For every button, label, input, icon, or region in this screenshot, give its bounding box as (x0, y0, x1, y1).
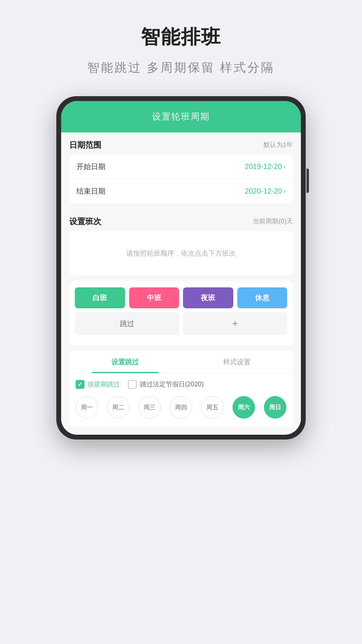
date-section-title: 日期范围 (69, 140, 101, 151)
shift-row-1: 白班 中班 夜班 休息 (75, 287, 287, 308)
skip-by-week-checkbox[interactable] (76, 380, 84, 389)
day-shift-button[interactable]: 白班 (75, 287, 125, 308)
tab-set-skip[interactable]: 设置跳过 (69, 351, 181, 373)
date-section-hint: 默认为1年 (263, 141, 293, 149)
shift-section-hint: 当前周期(0)天 (253, 217, 293, 226)
tab-row: 设置跳过 样式设置 (69, 351, 293, 374)
app-header-title: 设置轮班周期 (152, 111, 210, 122)
shift-buttons-card: 白班 中班 夜班 休息 跳过 + (69, 281, 293, 345)
date-card: 开始日期 2019-12-20 › 结束日期 2020-12-20 › (69, 155, 293, 203)
checkbox-row: 按星期跳过 跳过法定节假日(2020) (69, 374, 293, 393)
skip-holiday-item[interactable]: 跳过法定节假日(2020) (128, 380, 204, 389)
date-section-header: 日期范围 默认为1年 (69, 132, 293, 155)
end-date-chevron-icon: › (284, 188, 286, 195)
weekday-sat[interactable]: 周六 (232, 396, 255, 419)
end-date-row[interactable]: 结束日期 2020-12-20 › (69, 179, 293, 203)
rest-shift-button[interactable]: 休息 (237, 287, 288, 308)
phone-screen: 设置轮班周期 日期范围 默认为1年 开始日期 2019-12-20 › 结束日期 (61, 101, 301, 435)
start-date-chevron-icon: › (284, 163, 286, 170)
phone-frame: 设置轮班周期 日期范围 默认为1年 开始日期 2019-12-20 › 结束日期 (56, 96, 306, 440)
weekday-wed[interactable]: 周三 (138, 396, 161, 419)
shift-section-title: 设置班次 (69, 216, 101, 227)
shift-section-header: 设置班次 当前周期(0)天 (69, 209, 293, 231)
app-content: 日期范围 默认为1年 开始日期 2019-12-20 › 结束日期 2020-1… (61, 132, 301, 435)
end-date-label: 结束日期 (76, 186, 105, 196)
weekday-thu[interactable]: 周四 (170, 396, 192, 419)
skip-holiday-label: 跳过法定节假日(2020) (140, 380, 204, 389)
weekday-sun[interactable]: 周日 (264, 396, 286, 419)
shift-empty-area: 请按照轮班顺序，依次点击下方班次 (69, 231, 293, 275)
app-header: 设置轮班周期 (61, 101, 301, 132)
bottom-card: 设置跳过 样式设置 按星期跳过 跳过法定节假日(2020) (69, 351, 293, 427)
start-date-value-row: 2019-12-20 › (245, 163, 286, 171)
shift-row-2: 跳过 + (75, 312, 287, 335)
skip-by-week-item[interactable]: 按星期跳过 (76, 380, 120, 389)
page-subtitle: 智能跳过 多周期保留 样式分隔 (87, 60, 275, 76)
skip-holiday-checkbox[interactable] (128, 380, 137, 389)
skip-button[interactable]: 跳过 (75, 312, 179, 335)
page-title: 智能排班 (141, 24, 221, 50)
add-shift-button[interactable]: + (183, 312, 287, 335)
weekday-mon[interactable]: 周一 (76, 396, 98, 419)
weekday-fri[interactable]: 周五 (201, 396, 224, 419)
start-date-row[interactable]: 开始日期 2019-12-20 › (69, 155, 293, 179)
start-date-value: 2019-12-20 (245, 163, 282, 171)
skip-by-week-label: 按星期跳过 (88, 380, 120, 389)
night-shift-button[interactable]: 夜班 (183, 287, 233, 308)
shift-empty-text: 请按照轮班顺序，依次点击下方班次 (118, 241, 244, 266)
end-date-value-row: 2020-12-20 › (245, 187, 286, 196)
weekday-tue[interactable]: 周二 (107, 396, 130, 419)
tab-style-settings[interactable]: 样式设置 (181, 351, 293, 373)
mid-shift-button[interactable]: 中班 (129, 287, 179, 308)
weekday-row: 周一 周二 周三 周四 周五 周六 周日 (69, 393, 293, 427)
start-date-label: 开始日期 (76, 162, 105, 171)
end-date-value: 2020-12-20 (245, 187, 282, 196)
